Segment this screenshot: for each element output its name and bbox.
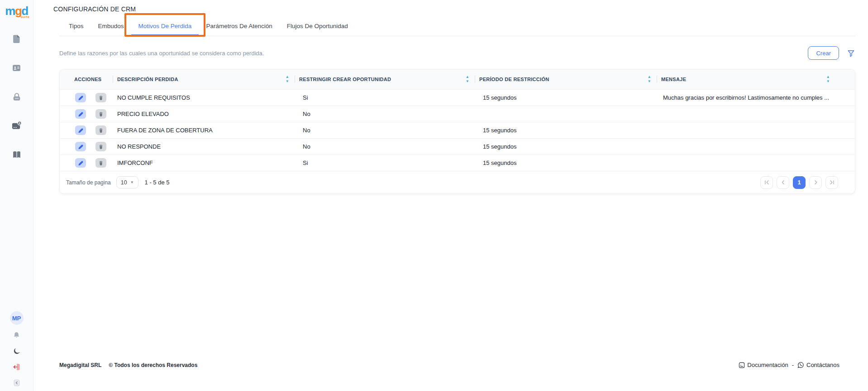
funnel-icon: [847, 49, 855, 58]
tab-tipos[interactable]: Tipos: [62, 17, 91, 36]
lock-icon: [12, 92, 22, 102]
create-button[interactable]: Crear: [808, 46, 839, 60]
descripcion-cell: NO CUMPLE REQUISITOS: [113, 94, 295, 101]
restringir-cell: Si: [295, 94, 475, 101]
logout-icon: [12, 362, 21, 372]
table-header-row: ACCIONES DESCRIPCIÓN PERDIDA ▲▼ RESTRING…: [60, 69, 855, 89]
first-page-icon: [764, 179, 770, 185]
edit-button[interactable]: [75, 93, 86, 102]
edit-button[interactable]: [75, 142, 86, 151]
pagination-range: 1 - 5 de 5: [145, 179, 170, 186]
notifications-button[interactable]: [11, 330, 22, 341]
pencil-icon: [78, 127, 84, 133]
delete-button[interactable]: [95, 158, 106, 168]
avatar[interactable]: MP: [10, 311, 24, 325]
contact-label: Contáctanos: [806, 362, 839, 368]
pencil-icon: [78, 111, 84, 117]
descripcion-cell: IMFORCONF: [113, 159, 295, 166]
prev-page-icon: [780, 179, 786, 185]
delete-button[interactable]: [95, 93, 106, 102]
next-page-icon: [813, 179, 819, 185]
column-header-descripcion-perdida[interactable]: DESCRIPCIÓN PERDIDA ▲▼: [113, 69, 295, 89]
moon-icon: [13, 347, 21, 355]
trash-icon: [98, 160, 104, 166]
pencil-icon: [78, 95, 84, 101]
column-header-periodo-de-restriccion[interactable]: PERÍODO DE RESTRICCIÓN ▲▼: [475, 69, 657, 89]
column-label: PERÍODO DE RESTRICCIÓN: [479, 77, 549, 82]
column-header-restringir-crear-oportunidad[interactable]: RESTRINGIR CREAR OPORTUNIDAD ▲▼: [295, 69, 475, 89]
edit-button[interactable]: [75, 126, 86, 135]
sidebar-item-billing[interactable]: [11, 121, 22, 131]
tab-flujos-de-oportunidad[interactable]: Flujos De Oportunidad: [280, 17, 355, 36]
sidebar-item-library[interactable]: [11, 150, 22, 160]
document-icon: [739, 362, 745, 368]
pencil-icon: [78, 144, 84, 150]
tab-motivos-de-perdida[interactable]: Motivos De Perdida: [131, 17, 199, 36]
periodo-cell: 15 segundos: [475, 127, 657, 134]
book-icon: [12, 150, 22, 159]
first-page-button[interactable]: [760, 176, 773, 189]
last-page-button[interactable]: [825, 176, 838, 189]
trash-icon: [98, 95, 104, 101]
filter-button[interactable]: [847, 49, 855, 58]
column-label: ACCIONES: [74, 77, 101, 82]
logo-letter: m: [5, 4, 15, 18]
tab-bar: Tipos Embudos Motivos De Perdida Parámet…: [59, 17, 855, 36]
app-logo[interactable]: mgd SUITE: [5, 4, 28, 19]
main-content: CONFIGURACIÓN DE CRM Tipos Embudos Motiv…: [33, 0, 868, 391]
last-page-icon: [829, 179, 835, 185]
delete-button[interactable]: [95, 142, 106, 151]
restringir-cell: No: [295, 143, 475, 150]
sidebar-item-contacts[interactable]: [11, 63, 22, 73]
mensaje-cell: Muchas gracias por escribirnos! Lastimos…: [657, 94, 855, 101]
periodo-cell: 15 segundos: [475, 143, 657, 150]
table-row: IMFORCONF Si 15 segundos: [60, 154, 855, 171]
acciones-cell: [60, 158, 113, 168]
theme-toggle-button[interactable]: [11, 346, 22, 357]
paginator: 1: [760, 176, 838, 189]
page-button-1[interactable]: 1: [793, 176, 806, 189]
prev-page-button[interactable]: [777, 176, 789, 189]
table-row: NO CUMPLE REQUISITOS Si 15 segundos Much…: [60, 89, 855, 106]
page-size-value: 10: [121, 179, 127, 186]
tab-label: Flujos De Oportunidad: [287, 23, 348, 29]
page-footer: Megadigital SRL © Todos los derechos Res…: [33, 362, 868, 391]
table-row: PRECIO ELEVADO No: [60, 106, 855, 122]
restringir-cell: No: [295, 127, 475, 134]
footer-dash: -: [792, 362, 794, 368]
restringir-cell: No: [295, 111, 475, 117]
sort-icon[interactable]: ▲▼: [826, 75, 830, 83]
sort-icon[interactable]: ▲▼: [466, 75, 469, 83]
table-row: FUERA DE ZONA DE COBERTURA No 15 segundo…: [60, 122, 855, 138]
edit-button[interactable]: [75, 158, 86, 168]
sort-icon[interactable]: ▲▼: [648, 75, 651, 83]
documentation-link[interactable]: Documentación: [739, 362, 788, 368]
whatsapp-icon: [797, 362, 804, 368]
tab-label: Embudos: [98, 23, 124, 29]
logout-button[interactable]: [11, 362, 22, 372]
acciones-cell: [60, 126, 113, 135]
sidebar-nav: [11, 34, 22, 160]
column-header-mensaje[interactable]: MENSAJE ▲▼: [657, 69, 855, 89]
column-label: DESCRIPCIÓN PERDIDA: [117, 77, 178, 82]
sidebar-item-documents[interactable]: [11, 34, 22, 44]
contact-link[interactable]: Contáctanos: [797, 362, 839, 368]
edit-button[interactable]: [75, 109, 86, 119]
sidebar-item-security[interactable]: [11, 92, 22, 102]
restringir-cell: Si: [295, 159, 475, 166]
descripcion-cell: NO RESPONDE: [113, 143, 295, 150]
tab-parametros-de-atencion[interactable]: Parámetros De Atención: [199, 17, 279, 36]
collapse-sidebar-button[interactable]: [11, 377, 22, 388]
section-description: Define las razones por las cuales una op…: [59, 50, 264, 57]
descripcion-cell: PRECIO ELEVADO: [113, 111, 295, 117]
page-size-label: Tamaño de pagina: [66, 179, 111, 186]
tab-label: Motivos De Perdida: [138, 23, 192, 29]
next-page-button[interactable]: [809, 176, 822, 189]
delete-button[interactable]: [95, 109, 106, 119]
trash-icon: [98, 128, 104, 133]
documentation-label: Documentación: [747, 362, 788, 368]
delete-button[interactable]: [95, 126, 106, 135]
sort-icon[interactable]: ▲▼: [286, 75, 289, 83]
page-size-select[interactable]: 10 ▼: [116, 176, 138, 188]
tab-embudos[interactable]: Embudos: [91, 17, 131, 36]
